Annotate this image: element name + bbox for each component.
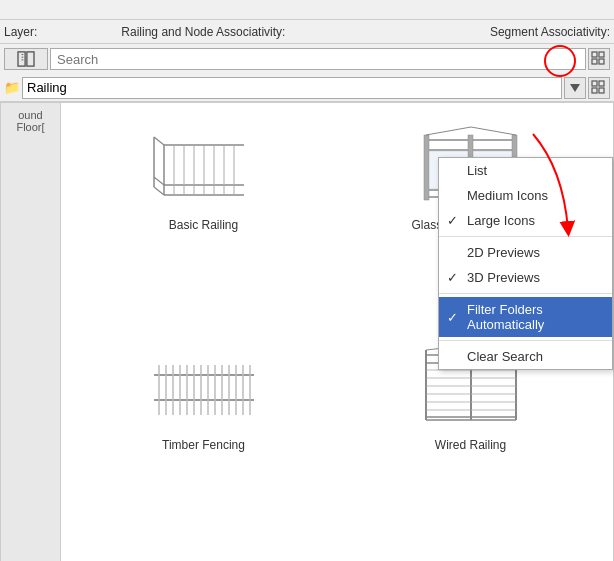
svg-line-27 (154, 187, 164, 195)
dropdown-menu: List Medium Icons Large Icons 2D Preview… (438, 157, 613, 370)
basic-railing-label: Basic Railing (169, 218, 238, 232)
layer-label: Layer: (4, 25, 37, 39)
folder-icon: 📁 (4, 80, 20, 95)
menu-item-2d-previews-label: 2D Previews (467, 245, 540, 260)
list-item[interactable]: Timber Fencing (71, 333, 336, 551)
category-dropdown-button[interactable] (564, 77, 586, 99)
menu-divider-2 (439, 293, 612, 294)
category-row: 📁 (0, 74, 614, 102)
menu-item-list[interactable]: List (439, 158, 612, 183)
search-row (0, 44, 614, 74)
railing-node-label: Railing and Node Associativity: (121, 25, 486, 39)
menu-item-2d-previews[interactable]: 2D Previews (439, 240, 612, 265)
svg-rect-12 (592, 88, 597, 93)
clear-search-label: Clear Search (467, 349, 543, 364)
menu-divider-3 (439, 340, 612, 341)
timber-fencing-thumbnail (144, 342, 264, 432)
main-content: ound Floor[ (0, 102, 614, 561)
svg-rect-0 (18, 52, 25, 66)
ground-floor-label: ound Floor[ (1, 107, 60, 135)
svg-rect-1 (27, 52, 34, 66)
svg-line-38 (426, 127, 471, 135)
panel-icon (17, 51, 35, 67)
menu-item-list-label: List (467, 163, 487, 178)
menu-item-filter-folders[interactable]: Filter Folders Automatically (439, 297, 612, 337)
svg-rect-11 (599, 81, 604, 86)
basic-railing-svg (144, 125, 264, 210)
list-item[interactable]: Basic Railing (71, 113, 336, 331)
svg-line-26 (154, 177, 164, 185)
menu-item-3d-previews[interactable]: 3D Previews (439, 265, 612, 290)
menu-item-filter-folders-label: Filter Folders Automatically (467, 302, 602, 332)
basic-railing-thumbnail (144, 122, 264, 212)
menu-item-large-icons-label: Large Icons (467, 213, 535, 228)
header-row: Layer: Railing and Node Associativity: S… (0, 20, 614, 44)
menu-divider-1 (439, 236, 612, 237)
svg-rect-13 (599, 88, 604, 93)
top-bar (0, 0, 614, 20)
grid-small-icon (591, 80, 607, 96)
svg-rect-8 (599, 59, 604, 64)
menu-item-medium-icons-label: Medium Icons (467, 188, 548, 203)
menu-item-medium-icons[interactable]: Medium Icons (439, 183, 612, 208)
timber-fencing-label: Timber Fencing (162, 438, 245, 452)
svg-line-39 (471, 127, 516, 135)
search-input[interactable] (50, 48, 586, 70)
svg-marker-9 (570, 84, 580, 92)
wired-railing-label: Wired Railing (435, 438, 506, 452)
menu-item-clear-search[interactable]: Clear Search (439, 344, 612, 369)
svg-rect-5 (592, 52, 597, 57)
menu-item-3d-previews-label: 3D Previews (467, 270, 540, 285)
category-input[interactable] (22, 77, 562, 99)
left-panel: ound Floor[ (1, 103, 61, 561)
timber-fencing-svg (144, 345, 264, 430)
search-options-button[interactable] (588, 48, 610, 70)
svg-rect-7 (592, 59, 597, 64)
grid-view-icon (591, 51, 607, 67)
svg-rect-10 (592, 81, 597, 86)
chevron-down-icon (570, 84, 580, 92)
svg-rect-6 (599, 52, 604, 57)
svg-line-25 (154, 137, 164, 145)
category-options-button[interactable] (588, 77, 610, 99)
menu-item-large-icons[interactable]: Large Icons (439, 208, 612, 233)
segment-label: Segment Associativity: (490, 25, 610, 39)
left-icon-button[interactable] (4, 48, 48, 70)
svg-rect-33 (424, 135, 429, 200)
